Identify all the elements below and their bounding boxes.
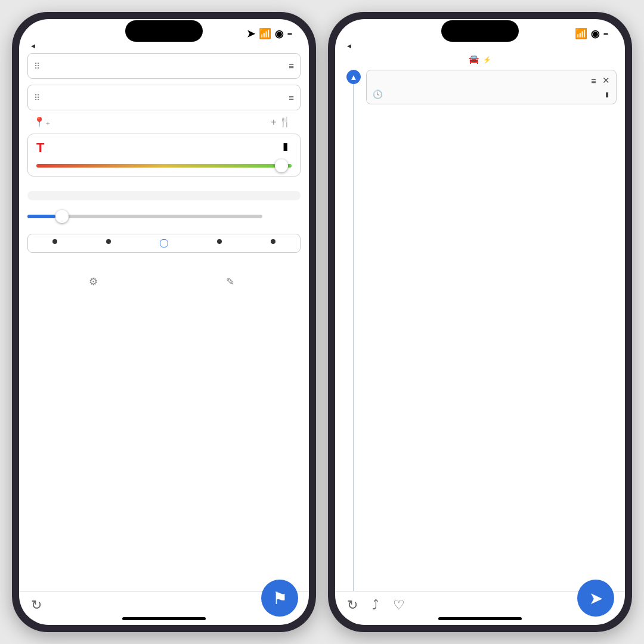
segment-option-selected[interactable] (160, 239, 168, 247)
clock-icon: 🕓 (373, 89, 383, 99)
amenity-icon: + 🍴 (271, 116, 291, 128)
add-waypoint-button[interactable]: 📍₊ (33, 116, 54, 128)
segment-option[interactable] (52, 239, 57, 244)
wifi-icon: ◉ (591, 27, 600, 40)
navigate-fab[interactable]: ➤ (577, 580, 614, 617)
drag-handle-icon[interactable]: ⠿ (34, 93, 40, 103)
all-settings-button[interactable]: ⚙ (89, 275, 103, 288)
battery-icon: ▮ (283, 140, 288, 153)
charger-stops-segment[interactable] (27, 234, 301, 253)
route-icon: ⚑ (273, 589, 287, 608)
wifi-icon: ◉ (275, 27, 284, 40)
battery-icon (287, 33, 292, 35)
share-icon: ⤴ (372, 597, 379, 613)
battery-icon (603, 33, 608, 35)
location-arrow-icon: ➤ (247, 27, 255, 40)
phone-left: ➤ 📶 ◉ ⠿ ≡ ⠿ ≡ 📍₊ (12, 12, 316, 632)
heart-icon: ♡ (393, 597, 405, 613)
segment-option[interactable] (271, 239, 275, 244)
phone-right: 📶 ◉ 🚘 ▲ (328, 12, 632, 632)
home-indicator[interactable] (438, 617, 522, 620)
slider-thumb[interactable] (275, 159, 288, 172)
slider-thumb[interactable] (55, 210, 69, 223)
share-button[interactable]: ⤴ (372, 597, 379, 614)
restart-icon: ↻ (347, 597, 358, 613)
add-amenity-button[interactable]: + 🍴 (271, 116, 295, 128)
destination-row[interactable]: ⠿ ≡ (27, 85, 301, 110)
recent-plan-card[interactable] (27, 191, 301, 200)
vehicle-card[interactable]: T ▮ (27, 134, 301, 177)
back-to-search[interactable] (19, 41, 309, 53)
save-plan-button[interactable]: ♡ (393, 597, 405, 614)
pin-plus-icon: 📍₊ (33, 116, 50, 128)
clear-button[interactable]: ↻ (31, 597, 42, 614)
notch (125, 20, 203, 42)
back-to-search[interactable] (335, 41, 625, 53)
close-icon[interactable]: ✕ (602, 75, 610, 86)
leg-info (366, 106, 617, 109)
gear-icon: ⚙ (89, 275, 98, 288)
signal-icon: 📶 (259, 27, 271, 40)
sliders-icon[interactable]: ≡ (289, 92, 294, 103)
signal-icon: 📶 (575, 27, 587, 40)
restart-button[interactable]: ↻ (347, 597, 358, 614)
sliders-icon[interactable]: ≡ (289, 61, 294, 71)
soc-slider[interactable] (36, 164, 292, 168)
notch (441, 20, 519, 42)
bolt-icon (483, 54, 491, 64)
arrival-soc-slider[interactable] (27, 215, 262, 218)
pencil-icon: ✎ (226, 275, 234, 288)
timeline-start-icon: ▲ (346, 70, 361, 84)
car-icon: 🚘 (469, 54, 479, 64)
tesla-logo-icon: T (36, 140, 44, 156)
plan-route-fab[interactable]: ⚑ (261, 580, 298, 617)
segment-option[interactable] (217, 239, 222, 244)
battery-icon (605, 90, 610, 99)
sliders-icon[interactable]: ≡ (591, 76, 596, 86)
segment-option[interactable] (106, 239, 111, 244)
stop-card-origin[interactable]: ≡ ✕ 🕓 (366, 70, 617, 104)
trip-summary: 🚘 (335, 53, 625, 67)
restart-icon: ↻ (31, 597, 42, 613)
home-indicator[interactable] (122, 617, 206, 620)
origin-row[interactable]: ⠿ ≡ (27, 53, 301, 79)
navigate-icon: ➤ (589, 589, 603, 608)
edit-view-button[interactable]: ✎ (226, 275, 239, 288)
drag-handle-icon[interactable]: ⠿ (34, 61, 40, 71)
